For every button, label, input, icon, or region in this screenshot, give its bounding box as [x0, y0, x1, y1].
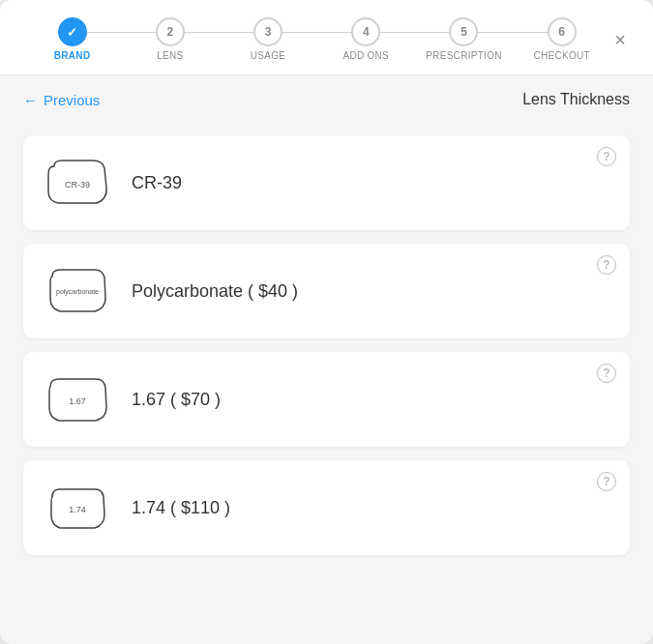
option-174[interactable]: ? 1.74 1.74 ( $110 ) [23, 460, 630, 555]
option-polycarbonate[interactable]: ? polycarbonate Polycarbonate ( $40 ) [23, 244, 630, 338]
svg-text:1.67: 1.67 [69, 396, 86, 406]
options-list: ? CR-39 CR-39 ? polycarbonate Polycarbon… [0, 124, 653, 578]
step-circle-addons: 4 [351, 17, 380, 46]
option-167[interactable]: ? 1.67 1.67 ( $70 ) [23, 352, 630, 447]
step-prescription[interactable]: 5 PRESCRIPTION [415, 17, 513, 61]
step-brand[interactable]: ✓ BRAND [23, 17, 121, 61]
step-usage[interactable]: 3 USAGE [219, 17, 316, 61]
step-label-brand: BRAND [54, 50, 91, 61]
page-title: Lens Thickness [522, 91, 630, 108]
option-label-cr39: CR-39 [132, 173, 182, 193]
step-addons[interactable]: 4 ADD ONS [317, 17, 415, 61]
steps-row: ✓ BRAND 2 LENS 3 USAGE [23, 17, 630, 74]
option-label-polycarbonate: Polycarbonate ( $40 ) [132, 281, 298, 302]
step-circle-prescription: 5 [449, 17, 478, 46]
step-circle-brand: ✓ [58, 17, 87, 46]
step-circle-lens: 2 [156, 17, 185, 46]
steps-list: ✓ BRAND 2 LENS 3 USAGE [23, 17, 610, 61]
step-label-checkout: CHECKOUT [533, 50, 590, 61]
option-label-174: 1.74 ( $110 ) [132, 498, 230, 518]
option-label-167: 1.67 ( $70 ) [132, 390, 221, 410]
step-label-usage: USAGE [251, 50, 286, 61]
lens-icon-polycarbonate: polycarbonate [43, 265, 112, 317]
checkmark-icon: ✓ [67, 25, 77, 40]
help-icon-polycarbonate[interactable]: ? [597, 255, 616, 275]
step-label-prescription: PRESCRIPTION [426, 50, 502, 61]
previous-button[interactable]: ← Previous [23, 92, 100, 108]
header: ✓ BRAND 2 LENS 3 USAGE [0, 0, 653, 75]
close-button[interactable]: × [610, 26, 630, 53]
svg-text:CR-39: CR-39 [65, 180, 90, 190]
svg-text:1.74: 1.74 [69, 505, 86, 514]
step-lens[interactable]: 2 LENS [121, 17, 219, 61]
help-icon-167[interactable]: ? [597, 364, 616, 383]
option-cr39[interactable]: ? CR-39 CR-39 [23, 135, 630, 230]
help-icon-cr39[interactable]: ? [597, 147, 616, 166]
help-icon-174[interactable]: ? [597, 472, 616, 491]
arrow-left-icon: ← [23, 92, 38, 108]
step-circle-usage: 3 [253, 17, 282, 46]
previous-label: Previous [44, 92, 100, 108]
lens-icon-cr39: CR-39 [43, 157, 112, 209]
svg-text:polycarbonate: polycarbonate [56, 288, 99, 296]
modal-container: ✓ BRAND 2 LENS 3 USAGE [0, 0, 653, 644]
sub-header: ← Previous Lens Thickness [0, 75, 653, 124]
step-label-lens: LENS [157, 50, 183, 61]
lens-icon-174: 1.74 [43, 482, 112, 534]
step-label-addons: ADD ONS [342, 50, 389, 61]
step-checkout[interactable]: 6 CHECKOUT [513, 17, 610, 61]
step-circle-checkout: 6 [548, 17, 577, 46]
lens-icon-167: 1.67 [43, 373, 112, 425]
